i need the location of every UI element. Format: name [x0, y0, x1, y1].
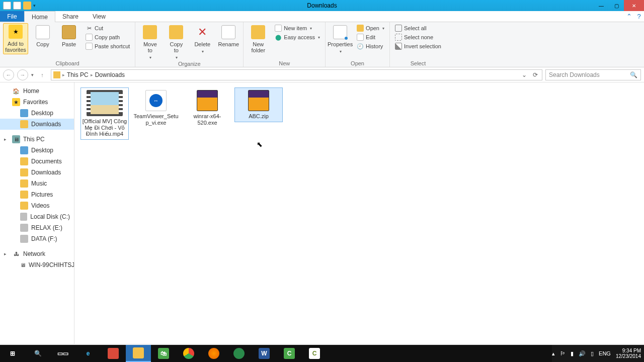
- taskbar-app[interactable]: C: [277, 345, 302, 362]
- file-list[interactable]: [Official MV] Cõng Mẹ Đi Chơi - Võ Đình …: [74, 82, 644, 344]
- tray-overflow-icon[interactable]: ▴: [552, 350, 555, 357]
- start-button[interactable]: ⊞: [0, 345, 25, 362]
- refresh-button[interactable]: ⟳: [531, 71, 540, 78]
- taskbar-firefox[interactable]: [201, 345, 226, 362]
- breadcrumb-this-pc[interactable]: This PC: [67, 71, 89, 78]
- nav-pictures[interactable]: Pictures: [0, 189, 74, 200]
- app-icon: [233, 348, 245, 359]
- history-button[interactable]: 🕘History: [355, 42, 386, 50]
- nav-downloads[interactable]: Downloads: [0, 119, 74, 130]
- copy-path-button[interactable]: Copy path: [84, 33, 132, 41]
- up-button[interactable]: ↑: [37, 69, 48, 80]
- help-icon[interactable]: ?: [634, 11, 644, 22]
- taskbar-app[interactable]: [101, 345, 126, 362]
- window-title: Downloads: [0, 2, 644, 9]
- new-item-button[interactable]: New item▾: [273, 24, 322, 32]
- action-center-icon[interactable]: 🏳: [560, 350, 566, 356]
- taskbar-store[interactable]: 🛍: [151, 345, 176, 362]
- nav-music[interactable]: Music: [0, 178, 74, 189]
- address-bar-row: ← → ▾ ↑ ▸ This PC ▸ Downloads ⌄ ⟳ Search…: [0, 67, 644, 82]
- main-area: 🏠Home ★Favorites Desktop Downloads ▸🖥Thi…: [0, 82, 644, 344]
- new-folder-button[interactable]: New folder: [247, 23, 270, 53]
- invert-selection-button[interactable]: Invert selection: [393, 42, 443, 50]
- taskbar-explorer[interactable]: [126, 345, 151, 362]
- button-label: History: [366, 43, 383, 49]
- recent-locations-icon[interactable]: ▾: [31, 72, 34, 77]
- button-label: Edit: [366, 34, 375, 40]
- chevron-right-icon[interactable]: ▸: [4, 251, 9, 256]
- forward-button[interactable]: →: [17, 69, 28, 80]
- task-view[interactable]: ▭▭: [50, 345, 75, 362]
- task-view-icon: ▭▭: [57, 348, 68, 359]
- nav-desktop-2[interactable]: Desktop: [0, 145, 74, 156]
- breadcrumb-downloads[interactable]: Downloads: [95, 71, 125, 78]
- nav-relax[interactable]: RELAX (E:): [0, 222, 74, 233]
- nav-downloads-2[interactable]: Downloads: [0, 167, 74, 178]
- easy-access-icon: ⬤: [275, 34, 282, 41]
- easy-access-button[interactable]: ⬤Easy access▾: [273, 33, 322, 41]
- folder-icon: [133, 347, 144, 358]
- nav-network-node[interactable]: 🖥WIN-99CHIHTSJH: [0, 259, 74, 270]
- taskbar-word[interactable]: W: [252, 345, 277, 362]
- back-button[interactable]: ←: [3, 69, 14, 80]
- add-to-favorites-button[interactable]: ★ Add to favorites: [3, 23, 28, 54]
- paste-button[interactable]: Paste: [57, 23, 80, 47]
- nav-home[interactable]: 🏠Home: [0, 85, 74, 97]
- address-dropdown-icon[interactable]: ⌄: [520, 71, 529, 78]
- address-bar[interactable]: ▸ This PC ▸ Downloads ⌄ ⟳: [51, 69, 542, 80]
- nav-network[interactable]: ▸🖧Network: [0, 248, 74, 259]
- search-icon: 🔍: [630, 71, 637, 78]
- view-tab[interactable]: View: [86, 11, 113, 22]
- move-to-button[interactable]: Move to ▾: [138, 23, 162, 60]
- battery-icon[interactable]: ▮: [571, 350, 574, 357]
- nav-videos[interactable]: Videos: [0, 200, 74, 211]
- store-icon: 🛍: [158, 348, 169, 359]
- home-tab[interactable]: Home: [24, 11, 55, 22]
- ribbon-minimize-icon[interactable]: ⌃: [624, 11, 634, 22]
- nav-this-pc[interactable]: ▸🖥This PC: [0, 134, 74, 145]
- file-tab[interactable]: File: [0, 11, 24, 22]
- language-indicator[interactable]: ENG: [599, 350, 611, 356]
- title-bar: ▾ Downloads — ▢ ✕: [0, 0, 644, 11]
- network-icon[interactable]: ▯: [591, 350, 594, 357]
- nav-data[interactable]: DATA (F:): [0, 233, 74, 244]
- search-charm[interactable]: 🔍: [25, 345, 50, 362]
- volume-icon[interactable]: 🔊: [579, 350, 586, 357]
- group-label: Organize: [138, 60, 240, 67]
- select-none-button[interactable]: Select none: [393, 33, 443, 41]
- share-tab[interactable]: Share: [55, 11, 86, 22]
- copy-to-button[interactable]: Copy to ▾: [165, 23, 188, 60]
- taskbar-app[interactable]: [226, 345, 252, 362]
- shortcut-icon: [86, 43, 93, 50]
- open-button[interactable]: Open▾: [355, 24, 386, 32]
- chevron-right-icon: ▸: [62, 72, 65, 77]
- taskbar-app[interactable]: C: [302, 345, 327, 362]
- taskbar-chrome[interactable]: [176, 345, 201, 362]
- nav-documents[interactable]: Documents: [0, 156, 74, 167]
- button-label: Easy access: [284, 34, 315, 40]
- cut-button[interactable]: ✂Cut: [84, 24, 132, 32]
- chevron-right-icon[interactable]: ▸: [4, 137, 9, 142]
- nav-local-disk[interactable]: Local Disk (C:): [0, 211, 74, 222]
- select-all-button[interactable]: Select all: [393, 24, 443, 32]
- nav-label: Videos: [31, 202, 49, 209]
- nav-favorites[interactable]: ★Favorites: [0, 97, 74, 108]
- file-item[interactable]: ↔ TeamViewer_Setup_vi.exe: [132, 87, 180, 128]
- file-item[interactable]: ABC.zip: [234, 87, 283, 122]
- search-box[interactable]: Search Downloads 🔍: [545, 69, 641, 80]
- zip-icon: [248, 90, 269, 111]
- nav-label: Pictures: [31, 191, 53, 198]
- clock[interactable]: 9:34 PM 12/23/2014: [616, 348, 641, 359]
- edit-button[interactable]: Edit: [355, 33, 386, 41]
- nav-desktop[interactable]: Desktop: [0, 108, 74, 119]
- chevron-down-icon: ▾: [318, 35, 320, 40]
- properties-button[interactable]: Properties ▾: [329, 23, 352, 54]
- file-item[interactable]: [Official MV] Cõng Mẹ Đi Chơi - Võ Đình …: [80, 87, 129, 140]
- file-item[interactable]: winrar-x64-520.exe: [183, 87, 231, 128]
- paste-shortcut-button[interactable]: Paste shortcut: [84, 42, 132, 50]
- taskbar-ie[interactable]: e: [75, 345, 101, 362]
- copy-button[interactable]: Copy: [31, 23, 54, 47]
- new-item-icon: [275, 25, 282, 32]
- rename-button[interactable]: Rename: [217, 23, 240, 47]
- delete-button[interactable]: ✕ Delete ▾: [191, 23, 214, 54]
